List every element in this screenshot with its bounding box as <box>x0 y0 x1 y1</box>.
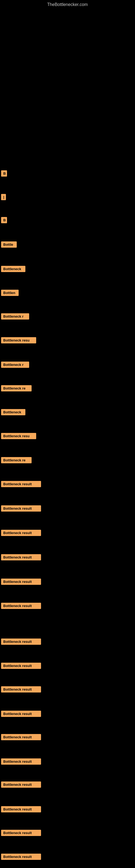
bottleneck-item-18[interactable]: Bottleneck result <box>1 579 41 585</box>
bottleneck-item-9[interactable]: Bottleneck r <box>1 362 29 368</box>
site-title: TheBottlenecker.com <box>0 0 135 7</box>
bottleneck-item-7[interactable]: Bottleneck r <box>1 313 29 319</box>
bottleneck-item-2[interactable]: | <box>1 194 6 200</box>
bottleneck-item-6[interactable]: Bottlen <box>1 290 18 296</box>
bottleneck-item-21[interactable]: Bottleneck result <box>1 663 41 669</box>
bottleneck-item-16[interactable]: Bottleneck result <box>1 530 41 536</box>
bottleneck-item-10[interactable]: Bottleneck re <box>1 385 32 392</box>
bottleneck-item-27[interactable]: Bottleneck result <box>1 806 41 812</box>
bottleneck-item-29[interactable]: Bottleneck result <box>1 854 41 860</box>
bottleneck-item-26[interactable]: Bottleneck result <box>1 781 41 788</box>
bottleneck-item-25[interactable]: Bottleneck result <box>1 758 41 765</box>
bottleneck-item-24[interactable]: Bottleneck result <box>1 734 41 740</box>
bottleneck-item-14[interactable]: Bottleneck result <box>1 481 41 487</box>
bottleneck-item-1[interactable]: B <box>1 170 7 177</box>
bottleneck-item-22[interactable]: Bottleneck result <box>1 686 41 692</box>
bottleneck-item-5[interactable]: Bottleneck <box>1 266 26 272</box>
bottleneck-item-19[interactable]: Bottleneck result <box>1 603 41 609</box>
bottleneck-item-23[interactable]: Bottleneck result <box>1 711 41 717</box>
bottleneck-item-8[interactable]: Bottleneck resu <box>1 337 36 343</box>
bottleneck-item-17[interactable]: Bottleneck result <box>1 554 41 560</box>
bottleneck-item-28[interactable]: Bottleneck result <box>1 830 41 836</box>
bottleneck-item-20[interactable]: Bottleneck result <box>1 639 41 645</box>
bottleneck-item-4[interactable]: Bottle <box>1 241 17 248</box>
bottleneck-item-13[interactable]: Bottleneck re <box>1 457 32 463</box>
bottleneck-item-12[interactable]: Bottleneck resu <box>1 433 36 439</box>
bottleneck-item-15[interactable]: Bottleneck result <box>1 505 41 512</box>
bottleneck-item-3[interactable]: B <box>1 217 7 223</box>
bottleneck-item-11[interactable]: Bottleneck <box>1 409 26 415</box>
